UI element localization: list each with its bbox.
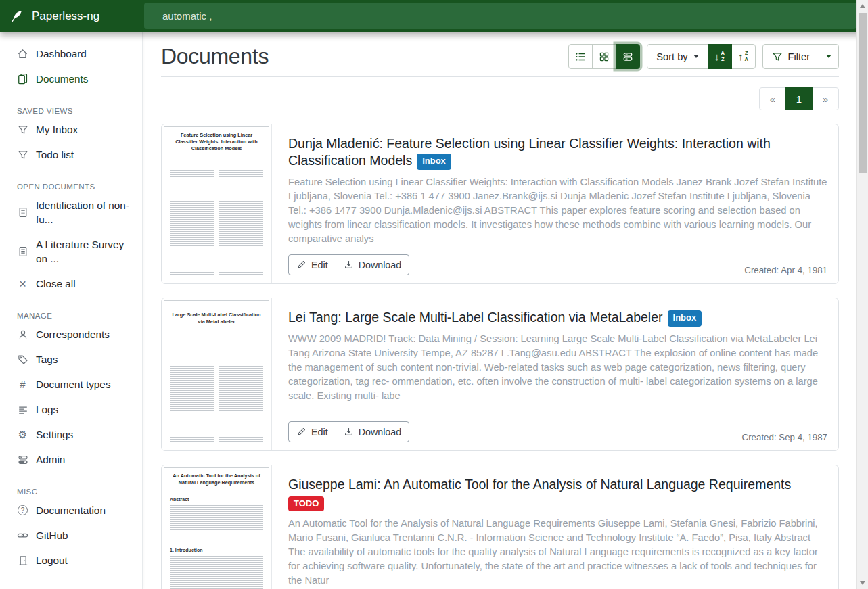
heading-divider [161, 76, 839, 77]
tag-badge-todo[interactable]: TODO [288, 496, 324, 511]
document-card: Feature Selection using Linear Classifie… [161, 124, 839, 284]
sidebar-item-label: Identification of non-fu... [36, 198, 137, 227]
funnel-icon [17, 124, 28, 135]
document-title-link[interactable]: Lei Tang: Large Scale Multi-Label Classi… [288, 309, 827, 327]
thumbnail-title: An Automatic Tool for the Analysis of Na… [170, 473, 263, 486]
tag-badge-inbox[interactable]: Inbox [417, 154, 451, 170]
sidebar-item-github[interactable]: GitHub [0, 523, 142, 548]
sidebar-item-label: Todo list [36, 147, 74, 162]
app-header: Paperless-ng [0, 0, 868, 32]
sidebar-item-label: Documentation [36, 503, 106, 517]
sidebar-item-dashboard[interactable]: Dashboard [0, 41, 142, 66]
sidebar-item-logs[interactable]: Logs [0, 397, 142, 422]
pagination-previous-button[interactable]: « [759, 87, 786, 110]
sidebar-item-admin[interactable]: Admin [0, 447, 142, 472]
sidebar-item-label: Logs [36, 402, 58, 417]
edit-button[interactable]: Edit [288, 254, 336, 275]
sidebar-item-document-types[interactable]: # Document types [0, 372, 142, 397]
sidebar-item-label: A Literature Survey on ... [36, 237, 137, 266]
view-grid-button[interactable] [592, 44, 616, 69]
card-actions: Edit Download [288, 421, 409, 442]
sidebar-item-open-document-2[interactable]: A Literature Survey on ... [0, 232, 142, 271]
thumbnail-body [170, 170, 263, 277]
download-button[interactable]: Download [336, 421, 410, 442]
sort-ascending-button[interactable]: ↑ZA [731, 44, 756, 69]
sidebar-item-my-inbox[interactable]: My Inbox [0, 117, 142, 142]
sidebar-item-correspondents[interactable]: Correspondents [0, 322, 142, 347]
sidebar-item-todo-list[interactable]: Todo list [0, 142, 142, 167]
download-icon [344, 260, 354, 270]
download-label: Download [359, 260, 402, 270]
sidebar-item-label: Tags [36, 352, 58, 367]
documents-icon [17, 73, 28, 85]
sort-by-button[interactable]: Sort by [647, 44, 708, 69]
sort-descending-button[interactable]: ↓AZ [708, 44, 732, 69]
sidebar-item-close-all[interactable]: ✕ Close all [0, 271, 142, 296]
chevron-down-icon [826, 55, 831, 58]
page-title: Documents [161, 44, 269, 69]
scrollbar[interactable] [856, 0, 868, 589]
download-icon [344, 427, 354, 437]
leaf-logo-icon [10, 9, 24, 23]
sidebar-item-label: GitHub [36, 528, 68, 542]
pencil-icon [296, 427, 306, 437]
sidebar-item-label: Document types [36, 377, 111, 392]
sidebar-item-documents[interactable]: Documents [0, 66, 142, 91]
tag-badge-inbox[interactable]: Inbox [668, 310, 702, 327]
document-excerpt: An Automatic Tool for the Analysis of Na… [288, 517, 827, 588]
edit-button[interactable]: Edit [288, 421, 336, 442]
scrollbar-thumb[interactable] [859, 13, 867, 173]
sidebar-item-label: My Inbox [36, 122, 78, 137]
sidebar-item-documentation[interactable]: ? Documentation [0, 498, 142, 523]
thumbnail-authors [170, 156, 263, 167]
filter-button[interactable]: Filter [762, 44, 819, 69]
created-date: Created: Apr 4, 1981 [744, 265, 827, 275]
thumbnail-authors [179, 490, 254, 494]
search-input[interactable] [144, 3, 856, 29]
document-thumbnail[interactable]: Large Scale Multi-Label Classification v… [162, 298, 272, 450]
sidebar-item-label: Settings [36, 427, 73, 442]
thumbnail-body [170, 344, 263, 443]
sidebar-item-open-document-1[interactable]: Identification of non-fu... [0, 193, 142, 232]
toolbar: Sort by ↓AZ ↑ZA [568, 44, 839, 69]
thumbnail-body [170, 505, 263, 544]
thumbnail-header-line [170, 306, 263, 308]
scroll-down-arrow-icon[interactable] [860, 581, 865, 585]
pagination-page-1-button[interactable]: 1 [785, 87, 813, 110]
sidebar-section-open-documents: OPEN DOCUMENTS [0, 183, 142, 191]
card-actions: Edit Download [288, 254, 409, 275]
thumbnail-section-heading: Abstract [170, 497, 263, 502]
document-thumbnail[interactable]: Feature Selection using Linear Classifie… [162, 124, 272, 283]
document-title-link[interactable]: Giuseppe Lami: An Automatic Tool for the… [288, 476, 827, 493]
view-details-button[interactable] [616, 44, 640, 69]
filter-group: Filter [762, 44, 839, 69]
sidebar-item-tags[interactable]: Tags [0, 347, 142, 372]
filter-dropdown-button[interactable] [819, 44, 839, 69]
main-content: Documents [143, 32, 856, 589]
pagination-next-button[interactable]: » [812, 87, 839, 110]
sidebar-item-label: Correspondents [36, 327, 110, 341]
document-thumbnail[interactable]: An Automatic Tool for the Analysis of Na… [162, 465, 272, 589]
filter-label: Filter [788, 51, 810, 62]
link-icon [17, 529, 28, 541]
chevron-down-icon [693, 55, 699, 58]
document-title-text: Giuseppe Lami: An Automatic Tool for the… [288, 477, 791, 492]
scroll-up-arrow-icon[interactable] [860, 4, 865, 8]
house-icon [17, 48, 28, 60]
toggles-icon [17, 454, 28, 465]
sidebar-item-settings[interactable]: ⚙ Settings [0, 422, 142, 447]
list-view-icon [575, 51, 586, 62]
sidebar-item-label: Dashboard [36, 47, 87, 61]
document-title-link[interactable]: Dunja Mladenić: Feature Selection using … [288, 135, 827, 170]
door-icon [17, 555, 28, 566]
thumbnail-authors [170, 329, 263, 340]
pagination: « 1 » [161, 87, 839, 110]
view-list-button[interactable] [568, 44, 593, 69]
app-brand[interactable]: Paperless-ng [0, 0, 144, 32]
file-text-icon [17, 246, 28, 258]
sidebar-item-label: Documents [36, 72, 88, 86]
sidebar-item-logout[interactable]: Logout [0, 548, 142, 573]
file-text-icon [17, 207, 28, 218]
download-button[interactable]: Download [336, 254, 410, 275]
grid-view-icon [599, 51, 610, 62]
